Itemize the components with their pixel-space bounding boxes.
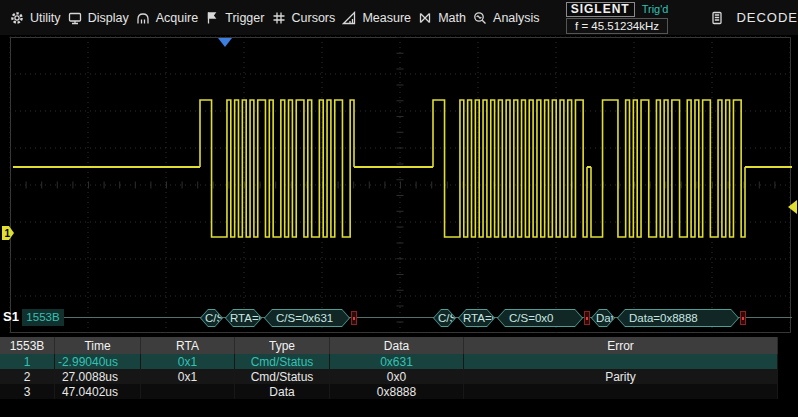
waveform-plot: 1 — [0, 35, 798, 333]
menu-item-measure[interactable]: Measure — [342, 11, 411, 25]
decode-table-area: 1553B Time RTA Type Data Error 1-2.99040… — [0, 333, 798, 417]
channel1-waveform — [200, 100, 745, 237]
decode-bubble-label: RTA=0x — [226, 310, 261, 326]
menu-item-label: Analysis — [493, 11, 540, 25]
waveform-display: 1 S1 1553B C/SRTA=0xC/S=0x631C/SRTA=0xC/… — [0, 35, 798, 333]
table-cell-error[interactable]: Parity — [464, 369, 778, 384]
trigger-position-marker[interactable] — [218, 38, 232, 47]
menu-items: Utility Display Acquire Trigger — [0, 11, 540, 25]
table-cell-n[interactable]: 3 — [0, 384, 55, 399]
menu-item-label: Trigger — [225, 11, 264, 25]
table-cell-error[interactable] — [464, 384, 778, 399]
menu-item-math[interactable]: Math — [418, 11, 466, 25]
siglent-logo: SIGLENT — [566, 2, 635, 17]
decode-error-tick — [740, 311, 746, 325]
decode-bubble-label: RTA=0x — [459, 310, 494, 326]
column-header-error: Error — [464, 337, 778, 354]
table-cell-rta[interactable]: 0x1 — [141, 354, 235, 369]
column-header-time: Time — [55, 337, 141, 354]
decode-bubble-label: C/S=0x0 — [498, 310, 582, 326]
menu-item-display[interactable]: Display — [68, 11, 129, 25]
cursors-icon — [272, 11, 286, 25]
ruler-triangle-icon — [342, 11, 356, 25]
menu-item-label: Cursors — [292, 11, 336, 25]
table-cell-error[interactable] — [464, 354, 778, 369]
table-cell-time[interactable]: 27.0088us — [55, 369, 141, 384]
gear-icon — [10, 11, 24, 25]
menu-item-utility[interactable]: Utility — [10, 11, 61, 25]
menu-item-acquire[interactable]: Acquire — [136, 11, 198, 25]
menu-item-label: Utility — [30, 11, 61, 25]
table-cell-type[interactable]: Data — [235, 384, 330, 399]
monitor-icon — [68, 11, 82, 25]
document-list-icon — [710, 11, 724, 25]
table-cell-n[interactable]: 2 — [0, 369, 55, 384]
trigger-level-marker[interactable] — [788, 200, 797, 214]
table-cell-rta[interactable] — [141, 384, 235, 399]
table-cell-data[interactable]: 0x0 — [330, 369, 464, 384]
protocol-badge: 1553B — [22, 309, 64, 326]
decode-error-tick — [351, 311, 357, 325]
menu-item-label: Display — [88, 11, 129, 25]
flag-icon — [205, 11, 219, 25]
status-block: SIGLENT Trig'd f = 45.51234kHz — [554, 2, 681, 34]
decode-bubble-label: Data=0x8888 — [618, 310, 738, 326]
decode-menu-label: DECODE — [736, 10, 798, 25]
oscilloscope-screen: Utility Display Acquire Trigger — [0, 0, 798, 417]
table-cell-time[interactable]: 47.0402us — [55, 384, 141, 399]
table-cell-type[interactable]: Cmd/Status — [235, 369, 330, 384]
menu-item-label: Math — [438, 11, 466, 25]
graticule-grid — [10, 37, 790, 333]
menu-item-trigger[interactable]: Trigger — [205, 11, 264, 25]
table-cell-rta[interactable]: 0x1 — [141, 369, 235, 384]
svg-text:1: 1 — [5, 228, 11, 239]
decode-error-tick — [584, 311, 590, 325]
frequency-readout: f = 45.51234kHz — [566, 18, 668, 34]
decode-table: 1553B Time RTA Type Data Error 1-2.99040… — [0, 337, 778, 399]
table-cell-data[interactable]: 0x631 — [330, 354, 464, 369]
column-header-data: Data — [330, 337, 464, 354]
menu-item-label: Acquire — [156, 11, 198, 25]
decode-bubble: Data=0x8888 — [617, 309, 739, 327]
acquire-icon — [136, 11, 150, 25]
decode-bubble-label: C/S=0x631 — [265, 310, 349, 326]
column-header-protocol: 1553B — [0, 337, 55, 354]
trigger-status-badge: Trig'd — [642, 3, 669, 15]
table-cell-type[interactable]: Cmd/Status — [235, 354, 330, 369]
decode-menu-button[interactable]: DECODE — [710, 10, 798, 25]
math-icon — [418, 11, 432, 25]
decode-source-label: S1 — [3, 309, 19, 324]
magnifier-icon — [473, 11, 487, 25]
table-cell-n[interactable]: 1 — [0, 354, 55, 369]
menu-item-analysis[interactable]: Analysis — [473, 11, 540, 25]
column-header-rta: RTA — [141, 337, 235, 354]
decode-bubble: C/S=0x0 — [497, 309, 583, 327]
menu-item-label: Measure — [362, 11, 411, 25]
menu-bar: Utility Display Acquire Trigger — [0, 0, 798, 36]
decode-bubble: C/S=0x631 — [264, 309, 350, 327]
column-header-type: Type — [235, 337, 330, 354]
menu-item-cursors[interactable]: Cursors — [272, 11, 336, 25]
channel1-marker[interactable]: 1 — [2, 226, 14, 240]
table-cell-time[interactable]: -2.99040us — [55, 354, 141, 369]
table-cell-data[interactable]: 0x8888 — [330, 384, 464, 399]
